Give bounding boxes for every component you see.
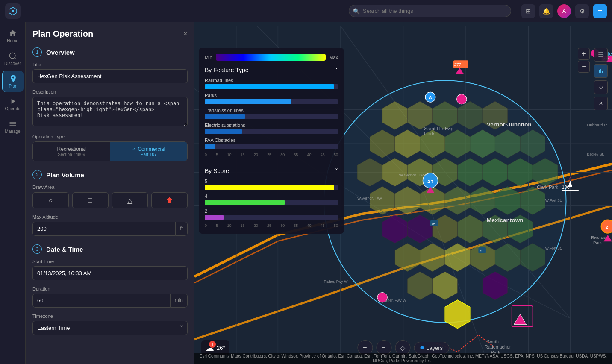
- sidebar-item-label: Manage: [5, 129, 20, 134]
- sidebar-item-manage[interactable]: Manage: [2, 116, 24, 137]
- feature-type-bars: Railroad lines Parks Transmission lines …: [205, 78, 338, 149]
- settings-icon-button[interactable]: ⚙: [575, 4, 589, 18]
- chart-button[interactable]: [594, 64, 608, 78]
- chart-feature-type-header[interactable]: By Feature Type ˅: [205, 67, 338, 73]
- draw-circle-button[interactable]: ○: [32, 192, 69, 208]
- bar-label: 4: [205, 194, 338, 199]
- title-input[interactable]: [32, 69, 188, 83]
- colorbar-gradient: [216, 54, 326, 61]
- chart-feature-type-label: By Feature Type: [205, 67, 248, 73]
- bar-fill: [205, 114, 245, 119]
- max-alt-input-wrap: ft: [32, 222, 188, 236]
- svg-text:Fisher, Fwy W: Fisher, Fwy W: [324, 279, 348, 284]
- duration-label: Duration: [32, 286, 188, 291]
- svg-point-82: [377, 293, 387, 302]
- sidebar-item-label: Plan: [9, 84, 17, 88]
- feature-bar-row: Electric substations: [205, 123, 338, 134]
- layers-button[interactable]: Layers: [414, 342, 449, 354]
- bar-fill: [205, 144, 215, 149]
- svg-text:W.Fort St.: W.Fort St.: [545, 198, 562, 203]
- search-bar: 🔍: [349, 5, 511, 17]
- svg-text:Vernor-Junction: Vernor-Junction: [487, 121, 532, 128]
- sidebar-item-discover[interactable]: Discover: [2, 48, 24, 69]
- add-button[interactable]: +: [593, 4, 607, 18]
- chevron-down-icon: ˅: [335, 67, 338, 73]
- score-bar-row: 4: [205, 194, 338, 205]
- optype-label: Operation Type: [32, 134, 188, 139]
- max-alt-input[interactable]: [32, 222, 175, 236]
- feature-bar-row: Railroad lines: [205, 78, 338, 89]
- bar-label: 2: [205, 208, 338, 214]
- draw-delete-button[interactable]: 🗑: [151, 192, 188, 208]
- svg-text:A: A: [569, 176, 571, 181]
- bar-track: [205, 84, 338, 89]
- desc-textarea[interactable]: This operation demonstrates how to run a…: [32, 97, 188, 126]
- field-desc-group: Description This operation demonstrates …: [32, 89, 188, 128]
- svg-text:2: 2: [606, 225, 608, 229]
- close-map-button[interactable]: ×: [594, 97, 608, 110]
- field-timezone: Timezone Eastern Time Central Time Mount…: [32, 314, 188, 335]
- score-bar-row: 2: [205, 208, 338, 220]
- bar-fill: [205, 200, 285, 205]
- colorbar: Min Max: [205, 54, 338, 61]
- draw-polygon-button[interactable]: △: [112, 192, 148, 208]
- bar-fill: [205, 84, 334, 89]
- close-button[interactable]: ×: [183, 29, 188, 38]
- op-type-selector: Recreational Section 44809 ✓ Commercial …: [32, 141, 188, 161]
- op-type-commercial[interactable]: ✓ Commercial Part 107: [110, 142, 188, 161]
- bar-label: Parks: [205, 93, 338, 98]
- hamburger-button[interactable]: ☰: [594, 48, 608, 62]
- field-title-group: Title: [32, 62, 188, 83]
- svg-text:75: 75: [479, 249, 483, 253]
- duration-suffix: min: [170, 294, 188, 308]
- svg-text:75: 75: [431, 222, 435, 226]
- bar-fill: [205, 129, 242, 134]
- topbar: 🔍 ⊞ 🔔 A ⚙ +: [0, 0, 612, 22]
- draw-rectangle-button[interactable]: □: [72, 192, 109, 208]
- bar-fill: [205, 185, 334, 190]
- section-date-time-header: 3 Date & Time: [32, 244, 188, 254]
- circle-tool-button[interactable]: ○: [594, 80, 608, 94]
- section-date-time: 3 Date & Time Start Time Duration min Ti…: [32, 244, 188, 335]
- left-nav: Home Discover Plan Operate Manage: [0, 22, 26, 364]
- score-axis: 05101520253035404550: [205, 223, 338, 228]
- zoom-in-button[interactable]: +: [578, 48, 590, 60]
- field-optype-group: Operation Type Recreational Section 4480…: [32, 134, 188, 161]
- max-alt-label: Max Altitude: [32, 214, 188, 220]
- topbar-actions: ⊞ 🔔 A ⚙ +: [521, 4, 607, 18]
- section-num-2: 2: [32, 170, 42, 179]
- svg-text:W.Fort St.: W.Fort St.: [545, 246, 562, 250]
- chart-by-score-header[interactable]: By Score ˅: [205, 167, 338, 174]
- start-time-label: Start Time: [32, 259, 188, 264]
- op-type-recreational[interactable]: Recreational Section 44809: [33, 142, 110, 161]
- timezone-select[interactable]: Eastern Time Central Time Mountain Time …: [32, 321, 188, 335]
- sidebar-item-home[interactable]: Home: [2, 26, 24, 47]
- start-time-input[interactable]: [32, 266, 188, 280]
- bar-label: FAA Obstacles: [205, 138, 338, 143]
- timezone-label: Timezone: [32, 314, 188, 319]
- svg-point-2: [9, 53, 15, 59]
- svg-line-3: [14, 58, 16, 59]
- bar-track: [205, 129, 338, 134]
- score-bars: 5 4 2: [205, 179, 338, 220]
- sidebar-item-operate[interactable]: Operate: [2, 94, 24, 114]
- zoom-out-button[interactable]: −: [578, 61, 590, 73]
- title-label: Title: [32, 62, 188, 67]
- bar-label: 5: [205, 179, 338, 184]
- panel-header: Plan Operation ×: [32, 29, 188, 39]
- bar-label: Transmission lines: [205, 108, 338, 113]
- map-controls: ☰ ○ ×: [594, 48, 608, 110]
- search-input[interactable]: [349, 5, 511, 17]
- duration-input[interactable]: [32, 294, 170, 308]
- bell-icon-button[interactable]: 🔔: [539, 4, 553, 18]
- map-area: Saint Hedwig Park Vernor-Junction Mexica…: [194, 22, 612, 364]
- sidebar-item-plan[interactable]: Plan: [2, 71, 24, 92]
- feature-bar-row: Parks: [205, 93, 338, 104]
- user-avatar[interactable]: A: [557, 4, 571, 18]
- svg-text:W.Vernor, Hwy: W.Vernor, Hwy: [357, 196, 382, 200]
- svg-text:A: A: [429, 95, 432, 100]
- svg-text:South: South: [487, 339, 499, 344]
- svg-text:Bagley St.: Bagley St.: [587, 152, 604, 156]
- grid-icon-button[interactable]: ⊞: [521, 4, 535, 18]
- app-logo[interactable]: [5, 3, 21, 19]
